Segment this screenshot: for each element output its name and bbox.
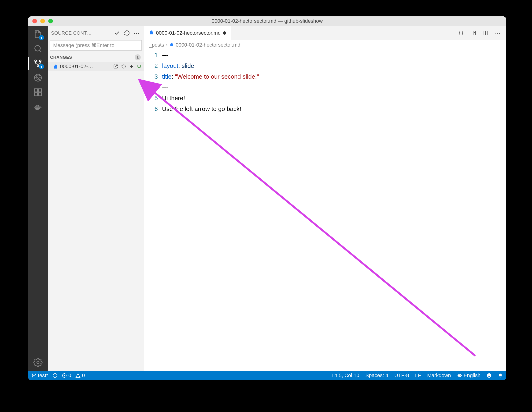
spellcheck-status[interactable]: English	[457, 373, 481, 379]
maximize-window-button[interactable]	[48, 19, 53, 23]
line-number-gutter: 1 2 3 4 5 6	[144, 50, 162, 371]
explorer-icon[interactable]: 1	[33, 29, 43, 39]
tab-label: 0000-01-02-hectorsector.md	[156, 30, 221, 36]
open-preview-icon[interactable]	[470, 29, 477, 37]
panel-header: SOURCE CONT… ···	[48, 26, 144, 40]
source-control-panel: SOURCE CONT… ··· CHANGES 1 0000-01-02-	[48, 26, 144, 371]
indentation-status[interactable]: Spaces: 4	[366, 373, 389, 379]
close-window-button[interactable]	[32, 19, 37, 23]
file-name: 0000-01-02-…	[60, 64, 111, 70]
changed-file-row[interactable]: 0000-01-02-… U	[48, 62, 144, 71]
debug-icon[interactable]	[33, 73, 43, 83]
editor-tab[interactable]: 0000-01-02-hectorsector.md	[144, 26, 231, 40]
explorer-badge: 1	[39, 35, 44, 40]
svg-point-17	[459, 375, 460, 376]
eol-status[interactable]: LF	[415, 373, 421, 379]
changes-label: CHANGES	[50, 55, 72, 60]
svg-point-18	[487, 373, 491, 378]
scm-badge: 1	[39, 64, 44, 69]
breadcrumb[interactable]: _posts › 0000-01-02-hectorsector.md	[144, 40, 506, 50]
svg-point-0	[35, 46, 40, 51]
code-content[interactable]: --- layout: slide title: "Welcome to our…	[162, 50, 506, 371]
vscode-window: 0000-01-02-hectorsector.md — github-slid…	[28, 16, 506, 380]
code-editor[interactable]: 1 2 3 4 5 6 --- layout: slide title: "We…	[144, 50, 506, 371]
panel-title: SOURCE CONT…	[51, 30, 111, 36]
commit-message-field[interactable]	[50, 40, 142, 51]
file-status-untracked: U	[136, 64, 142, 70]
stage-changes-button[interactable]	[129, 64, 135, 70]
compare-changes-icon[interactable]	[457, 29, 465, 37]
editor-area: 0000-01-02-hectorsector.md ··· _posts › …	[144, 26, 506, 371]
tab-bar: 0000-01-02-hectorsector.md ···	[144, 26, 506, 40]
markdown-file-icon	[149, 30, 154, 36]
svg-point-3	[37, 65, 39, 66]
svg-point-20	[490, 375, 490, 375]
extensions-icon[interactable]	[33, 87, 43, 97]
settings-gear-icon[interactable]	[33, 357, 43, 367]
svg-rect-6	[34, 93, 38, 96]
more-actions-button[interactable]: ···	[133, 29, 141, 37]
refresh-button[interactable]	[123, 29, 131, 37]
search-icon[interactable]	[33, 44, 43, 54]
svg-rect-5	[34, 89, 38, 92]
chevron-right-icon: ›	[166, 42, 168, 48]
traffic-lights	[32, 19, 53, 23]
unsaved-indicator-icon	[223, 31, 226, 35]
editor-more-icon[interactable]: ···	[494, 29, 501, 37]
svg-point-2	[39, 60, 41, 62]
changes-section-header[interactable]: CHANGES 1	[48, 53, 144, 62]
activity-bar: 1 1	[28, 26, 48, 371]
errors-status[interactable]: 0	[62, 373, 71, 379]
svg-point-19	[488, 375, 489, 375]
notifications-icon[interactable]	[498, 373, 503, 378]
encoding-status[interactable]: UTF-8	[394, 373, 409, 379]
window-title: 0000-01-02-hectorsector.md — github-slid…	[28, 18, 506, 24]
cursor-position[interactable]: Ln 5, Col 10	[332, 373, 360, 379]
language-mode[interactable]: Markdown	[427, 373, 451, 379]
split-editor-icon[interactable]	[482, 29, 489, 37]
markdown-file-icon	[53, 64, 58, 69]
svg-rect-8	[38, 89, 41, 92]
source-control-icon[interactable]: 1	[33, 58, 43, 68]
feedback-icon[interactable]	[487, 373, 492, 378]
status-bar: test* 0 0 Ln 5, Col 10 Spaces: 4 UTF-8	[28, 371, 506, 380]
commit-check-button[interactable]	[113, 29, 121, 37]
titlebar: 0000-01-02-hectorsector.md — github-slid…	[28, 16, 506, 26]
breadcrumb-file[interactable]: 0000-01-02-hectorsector.md	[176, 42, 240, 48]
breadcrumb-folder[interactable]: _posts	[149, 42, 164, 48]
warnings-status[interactable]: 0	[76, 373, 85, 379]
open-file-button[interactable]	[113, 64, 119, 70]
markdown-file-icon	[170, 42, 174, 48]
branch-status[interactable]: test*	[31, 373, 48, 379]
commit-message-input[interactable]	[50, 40, 142, 51]
discard-changes-button[interactable]	[121, 64, 127, 70]
sync-button[interactable]	[52, 373, 57, 378]
svg-point-11	[474, 32, 475, 33]
minimize-window-button[interactable]	[40, 19, 45, 23]
svg-point-14	[35, 374, 36, 375]
svg-point-9	[37, 361, 39, 364]
svg-point-1	[35, 60, 36, 62]
svg-point-13	[32, 374, 33, 375]
svg-rect-7	[38, 93, 41, 96]
svg-point-15	[32, 376, 33, 377]
docker-icon[interactable]	[33, 102, 43, 112]
changes-count-badge: 1	[135, 54, 141, 60]
